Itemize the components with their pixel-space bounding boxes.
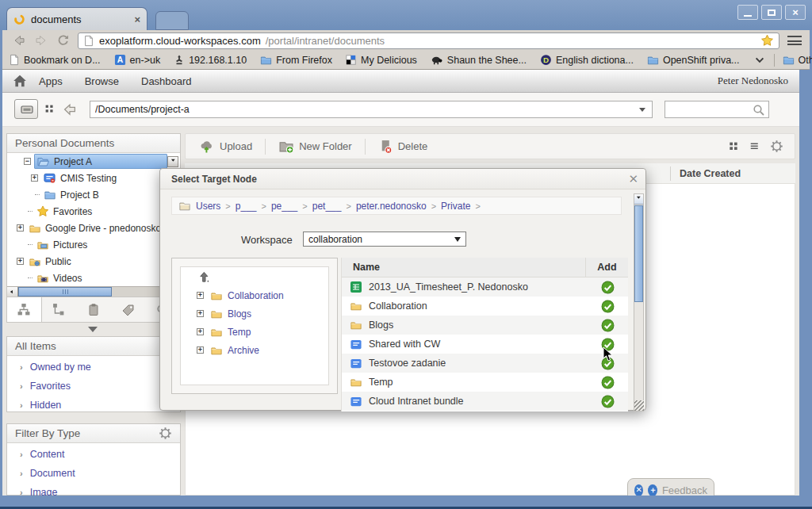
- table-row-collaboration[interactable]: Collaboration: [342, 297, 628, 316]
- filter-link-document[interactable]: ›Document: [7, 465, 180, 481]
- check-icon[interactable]: [601, 319, 615, 332]
- dialog-tree-item-collaboration[interactable]: +Collaboration: [181, 286, 328, 304]
- drives-button[interactable]: [14, 99, 38, 119]
- link-label[interactable]: Document: [30, 468, 75, 479]
- add-check-button[interactable]: [585, 395, 628, 408]
- expand-icon[interactable]: +: [197, 292, 204, 299]
- resize-handle[interactable]: [634, 400, 644, 411]
- tab-hierarchy-view[interactable]: [42, 297, 77, 322]
- link-label[interactable]: Content: [30, 449, 65, 460]
- browser-tab[interactable]: documents ×: [6, 7, 147, 30]
- link-label[interactable]: Image: [30, 487, 58, 496]
- bookmark-item-en-uk[interactable]: Aen->uk: [114, 54, 161, 66]
- breadcrumb-peter-nedonosko[interactable]: peter.nedonosko: [356, 201, 427, 212]
- link-label[interactable]: Favorites: [30, 381, 71, 392]
- path-dropdown-icon[interactable]: [639, 108, 645, 115]
- tree-item-label[interactable]: Temp: [228, 327, 251, 338]
- dialog-tree-item-blogs[interactable]: +Blogs: [181, 304, 328, 323]
- link-label[interactable]: Owned by me: [30, 362, 91, 373]
- list-view-icon[interactable]: [749, 142, 760, 151]
- tree-item-favorites[interactable]: Favorites: [7, 203, 180, 220]
- bookmark-item-english-dictiona[interactable]: DEnglish dictiona...: [540, 54, 634, 66]
- nav-item-browse[interactable]: Browse: [85, 75, 141, 87]
- view-grid-icon[interactable]: [44, 104, 55, 114]
- expand-icon[interactable]: +: [197, 346, 204, 354]
- bookmarks-overflow-chevron-icon[interactable]: [753, 55, 766, 66]
- check-icon[interactable]: [601, 281, 615, 294]
- close-button[interactable]: ×: [785, 5, 806, 20]
- tree-item-pictures[interactable]: Pictures: [7, 236, 180, 253]
- folder-up-icon[interactable]: [63, 102, 77, 116]
- scroll-up-button[interactable]: [634, 194, 643, 205]
- all-items-link-owned-by-me[interactable]: ›Owned by me: [7, 359, 180, 375]
- add-check-button[interactable]: [585, 319, 628, 332]
- scrollbar-thumb[interactable]: [634, 205, 643, 302]
- user-name[interactable]: Peter Nedonosko: [718, 75, 788, 87]
- breadcrumb-p[interactable]: p___: [236, 201, 257, 212]
- tree-item-google-drive-pnedonosko[interactable]: +Google Drive - pnedonosko@: [7, 220, 180, 236]
- url-bar[interactable]: exoplatform.cloud-workspaces.com/portal/…: [78, 33, 779, 49]
- feedback-add-icon[interactable]: ＋: [648, 484, 657, 496]
- bookmark-item-192-168-1-10[interactable]: 192.168.1.10: [174, 54, 247, 66]
- tree-item-cmis-testing[interactable]: +CMIS Testing: [7, 170, 180, 186]
- workspace-select[interactable]: collaboration: [303, 232, 466, 247]
- bookmark-item-from-firefox[interactable]: From Firefox: [260, 54, 332, 66]
- tree-item-public[interactable]: +Public: [7, 253, 180, 270]
- bookmark-star-icon[interactable]: [760, 34, 774, 47]
- browser-menu-button[interactable]: [779, 36, 810, 45]
- tree-item-label[interactable]: Collaboration: [228, 290, 284, 301]
- table-row-testovoe-zadanie[interactable]: Testovoe zadanie: [342, 354, 628, 373]
- tree-item-videos[interactable]: Videos: [7, 270, 180, 286]
- date-created-header[interactable]: Date Created: [680, 168, 741, 179]
- table-row-2013-ua-timesheet-p-nedonosko[interactable]: 2013_UA_Timesheet_P. Nedonosko: [342, 277, 628, 297]
- settings-gear-icon[interactable]: [770, 140, 783, 153]
- dialog-scrollbar[interactable]: [634, 193, 644, 411]
- dialog-tree-item-temp[interactable]: +Temp: [181, 323, 328, 341]
- other-bookmarks-button[interactable]: Other Bookmarks: [783, 55, 812, 66]
- expand-icon[interactable]: +: [31, 174, 38, 182]
- all-items-link-hidden[interactable]: ›Hidden: [7, 397, 180, 413]
- upload-button[interactable]: Upload: [186, 134, 265, 159]
- tree-item-project-a[interactable]: −Project A: [7, 153, 180, 170]
- reload-icon[interactable]: [56, 34, 70, 47]
- tree-item-project-b[interactable]: Project B: [7, 186, 180, 203]
- breadcrumb-pe[interactable]: pe___: [271, 201, 297, 212]
- bookmark-item-my-delicious[interactable]: My Delicious: [346, 54, 417, 66]
- table-row-cloud-intranet-bundle[interactable]: Cloud Intranet bundle: [342, 392, 628, 411]
- dialog-close-icon[interactable]: ✕: [628, 172, 638, 186]
- check-icon[interactable]: [601, 395, 615, 408]
- table-row-shared-with-cw[interactable]: Shared with CW: [342, 335, 628, 354]
- nav-item-apps[interactable]: Apps: [39, 75, 85, 87]
- new-tab-button[interactable]: [155, 11, 189, 30]
- all-items-link-favorites[interactable]: ›Favorites: [7, 378, 180, 394]
- home-icon[interactable]: [2, 74, 39, 88]
- search-input[interactable]: [665, 101, 769, 118]
- table-row-blogs[interactable]: Blogs: [342, 316, 628, 335]
- dialog-tree-item-archive[interactable]: +Archive: [181, 341, 328, 359]
- expand-icon[interactable]: +: [197, 310, 204, 317]
- bookmark-item-openshift-priva[interactable]: OpenShift priva...: [647, 54, 740, 66]
- path-input[interactable]: [90, 101, 653, 118]
- filter-link-content[interactable]: ›Content: [7, 446, 180, 462]
- filter-link-image[interactable]: ›Image: [7, 484, 180, 496]
- table-row-temp[interactable]: Temp: [342, 373, 628, 392]
- delete-button[interactable]: Delete: [366, 134, 441, 159]
- tree-horizontal-scrollbar[interactable]: [7, 286, 180, 297]
- bookmark-item-shaun-the-shee[interactable]: Shaun the Shee...: [431, 54, 527, 66]
- feedback-close-icon[interactable]: ✕: [634, 484, 643, 496]
- tab-tags[interactable]: [111, 297, 146, 322]
- breadcrumb-pet[interactable]: pet___: [312, 201, 342, 212]
- new-folder-button[interactable]: New Folder: [266, 134, 364, 159]
- forward-icon[interactable]: [34, 34, 48, 47]
- collapse-icon[interactable]: −: [24, 158, 31, 165]
- add-check-button[interactable]: [585, 300, 628, 313]
- maximize-button[interactable]: [761, 5, 782, 20]
- add-check-button[interactable]: [585, 376, 628, 389]
- tree-item-label[interactable]: Archive: [228, 345, 259, 356]
- tree-item-label[interactable]: Blogs: [228, 308, 251, 320]
- breadcrumb-users[interactable]: Users: [196, 201, 220, 212]
- back-icon[interactable]: [12, 34, 26, 47]
- minimize-button[interactable]: [737, 5, 758, 20]
- check-icon[interactable]: [601, 376, 615, 389]
- expand-icon[interactable]: +: [17, 258, 24, 265]
